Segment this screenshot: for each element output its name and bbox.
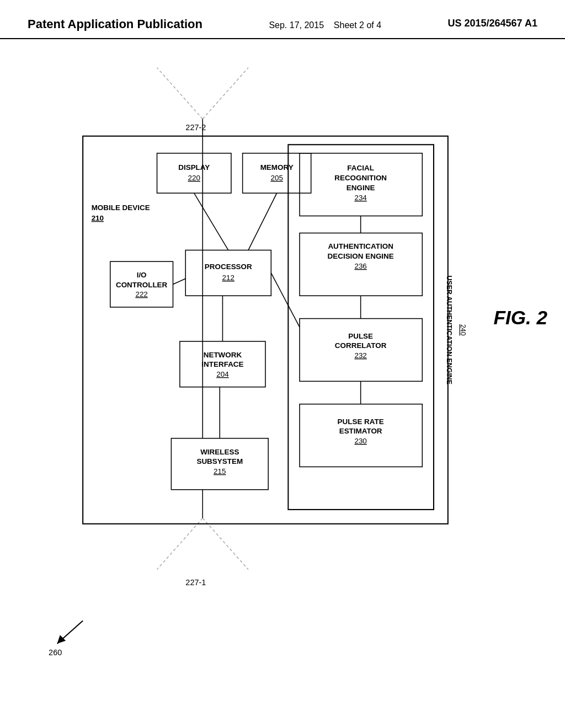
svg-text:230: 230: [354, 437, 366, 445]
svg-line-17: [194, 193, 228, 250]
publication-date: Sep. 17, 2015: [269, 20, 324, 30]
publication-number: US 2015/264567 A1: [448, 17, 537, 30]
svg-line-18: [248, 193, 277, 250]
svg-text:240: 240: [459, 324, 467, 336]
svg-text:220: 220: [188, 174, 200, 182]
svg-rect-15: [185, 250, 271, 296]
svg-rect-6: [83, 136, 448, 523]
svg-line-2: [157, 518, 203, 569]
svg-rect-10: [243, 153, 311, 192]
io-controller-label: I/O: [137, 271, 147, 279]
patent-diagram: 227-2 227-1 260 MOBILE DEVICE 210 DISPLA…: [0, 39, 565, 712]
processor-label: PROCESSOR: [205, 262, 252, 270]
svg-text:236: 236: [354, 261, 366, 270]
page-header: Patent Application Publication Sep. 17, …: [0, 0, 565, 39]
main-content: 227-2 227-1 260 MOBILE DEVICE 210 DISPLA…: [0, 39, 565, 712]
pointer-label: 260: [49, 647, 62, 656]
svg-text:RECOGNITION: RECOGNITION: [334, 174, 387, 182]
svg-text:205: 205: [270, 174, 282, 182]
svg-text:215: 215: [214, 467, 226, 475]
publication-title: Patent Application Publication: [28, 17, 202, 33]
user-auth-engine-label: USER AUTHENTICATION ENGINE: [445, 275, 453, 384]
wireless-subsystem-label: WIRELESS: [200, 447, 239, 456]
svg-line-0: [157, 67, 203, 119]
svg-text:SUBSYSTEM: SUBSYSTEM: [196, 457, 243, 465]
svg-rect-40: [300, 318, 422, 381]
svg-text:ESTIMATOR: ESTIMATOR: [339, 427, 382, 435]
publication-date-sheet: Sep. 17, 2015 Sheet 2 of 4: [269, 17, 381, 32]
svg-text:234: 234: [354, 193, 367, 201]
svg-rect-8: [157, 153, 231, 192]
mobile-device-label: MOBILE DEVICE: [92, 204, 150, 212]
auth-decision-label: AUTHENTICATION: [328, 242, 393, 250]
svg-line-46: [271, 272, 300, 326]
svg-line-19: [173, 279, 185, 284]
svg-rect-43: [300, 404, 422, 467]
svg-text:204: 204: [216, 370, 229, 378]
pulse-rate-estimator-label: PULSE RATE: [338, 417, 384, 425]
figure-label: FIG. 2: [494, 307, 548, 328]
svg-text:232: 232: [354, 351, 366, 360]
svg-text:CORRELATOR: CORRELATOR: [335, 341, 387, 350]
facial-recognition-label: FACIAL: [347, 163, 374, 172]
svg-marker-5: [57, 635, 66, 644]
svg-line-3: [202, 518, 248, 569]
pulse-correlator-label: PULSE: [348, 331, 373, 340]
svg-text:ENGINE: ENGINE: [347, 184, 375, 192]
svg-line-1: [202, 67, 248, 119]
antenna1-label: 227-1: [185, 578, 206, 587]
svg-text:212: 212: [222, 274, 234, 282]
network-interface-label: NETWORK: [204, 351, 242, 359]
svg-text:210: 210: [92, 213, 104, 222]
svg-text:222: 222: [135, 290, 147, 298]
svg-text:CONTROLLER: CONTROLLER: [116, 280, 168, 288]
svg-text:DECISION ENGINE: DECISION ENGINE: [328, 252, 394, 260]
svg-text:INTERFACE: INTERFACE: [201, 360, 243, 368]
sheet-info: Sheet 2 of 4: [334, 20, 381, 30]
display-label: DISPLAY: [178, 163, 210, 171]
